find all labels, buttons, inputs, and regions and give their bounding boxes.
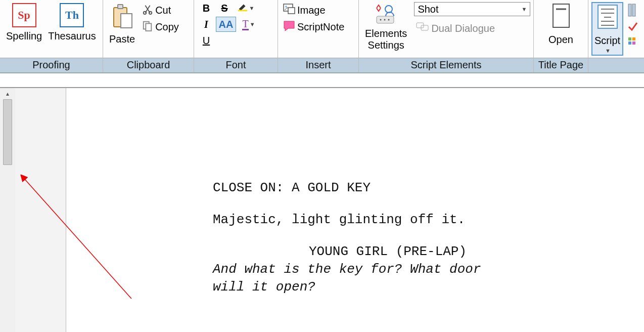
cut-button[interactable]: Cut	[140, 3, 181, 18]
page-gutter	[15, 88, 66, 332]
group-title-page: Open Title Page	[534, 0, 588, 72]
script-view-button[interactable]: Script ▼	[591, 2, 623, 56]
elements-label-1: Elements	[365, 28, 407, 39]
dual-dialogue-label: Dual Dialogue	[431, 23, 495, 34]
text-color-button[interactable]: T ▼	[237, 17, 260, 32]
svg-rect-7	[288, 8, 295, 14]
ribbon-toolbar: Sp Spelling Th Thesaurus Proofing Paste	[0, 0, 644, 73]
group-label-insert: Insert	[278, 58, 358, 72]
dialogue-line-1[interactable]: And what is the key for? What door	[213, 261, 624, 278]
group-font: B S ▼ I AA T ▼ U Font	[194, 0, 278, 72]
svg-rect-24	[632, 4, 635, 16]
svg-rect-27	[628, 42, 631, 45]
copy-button[interactable]: Copy	[140, 19, 181, 35]
copy-label: Copy	[155, 21, 179, 33]
spelling-button[interactable]: Sp Spelling	[3, 2, 45, 43]
underline-button[interactable]: U	[198, 33, 215, 48]
spelling-label: Spelling	[6, 30, 42, 42]
chevron-down-icon: ▼	[521, 6, 527, 12]
thesaurus-label: Thesaurus	[48, 30, 96, 42]
group-label-script-elements: Script Elements	[359, 58, 533, 72]
dual-dialogue-icon	[416, 22, 429, 35]
thesaurus-icon: Th	[60, 3, 84, 27]
group-label-font: Font	[194, 58, 278, 72]
group-label-title-page: Title Page	[534, 58, 588, 72]
title-page-icon	[550, 3, 572, 32]
insert-scriptnote-label: ScriptNote	[297, 21, 344, 33]
strike-button[interactable]: S	[216, 1, 233, 16]
group-insert: Image ScriptNote Insert	[278, 0, 359, 72]
elements-settings-icon	[374, 3, 399, 28]
open-label: Open	[548, 34, 573, 46]
svg-point-10	[380, 19, 381, 21]
group-script-elements: Elements Settings Shot ▼ Dual Dialogue S…	[359, 0, 534, 72]
svg-point-8	[385, 6, 392, 13]
scissors-icon	[142, 4, 153, 17]
case-button[interactable]: AA	[216, 17, 236, 32]
shot-heading[interactable]: CLOSE ON: A GOLD KEY	[213, 179, 624, 197]
open-title-page-button[interactable]: Open	[545, 2, 576, 47]
partial-icon-3[interactable]	[627, 36, 637, 49]
dual-dialogue-button[interactable]: Dual Dialogue	[414, 21, 530, 36]
paste-label: Paste	[109, 33, 135, 45]
svg-rect-23	[628, 4, 631, 16]
svg-point-12	[388, 19, 389, 21]
bold-button[interactable]: B	[198, 1, 215, 16]
image-icon	[283, 4, 295, 17]
insert-image-button[interactable]: Image	[281, 3, 328, 18]
scroll-up-button[interactable]: ▴	[0, 88, 15, 99]
group-clipboard: Paste Cut Copy Clipboard	[103, 0, 194, 72]
script-label: Script	[594, 35, 620, 47]
character-cue[interactable]: YOUNG GIRL (PRE-LAP)	[309, 243, 624, 261]
chevron-down-icon: ▼	[605, 48, 611, 54]
script-page-icon	[596, 4, 619, 33]
spelling-icon: Sp	[12, 3, 36, 27]
element-type-combo[interactable]: Shot ▼	[414, 2, 530, 16]
cut-label: Cut	[155, 5, 171, 16]
svg-rect-3	[146, 23, 151, 31]
highlight-button[interactable]: ▼	[234, 1, 257, 16]
elements-label-2: Settings	[368, 39, 404, 51]
group-label-proofing: Proofing	[0, 58, 103, 72]
insert-scriptnote-button[interactable]: ScriptNote	[281, 19, 346, 35]
group-label-empty	[588, 58, 644, 72]
partial-icon-1[interactable]	[627, 3, 637, 20]
svg-rect-4	[238, 10, 247, 11]
elements-settings-button[interactable]: Elements Settings	[362, 2, 410, 52]
svg-point-6	[285, 6, 287, 8]
thesaurus-button[interactable]: Th Thesaurus	[45, 2, 99, 43]
editor-workspace: ▴ CLOSE ON: A GOLD KEY Majestic, light g…	[0, 87, 644, 332]
scriptnote-icon	[283, 20, 295, 34]
svg-point-1	[149, 12, 152, 15]
group-label-clipboard: Clipboard	[103, 58, 194, 72]
paste-button[interactable]: Paste	[106, 2, 138, 46]
text-color-glyph: T	[242, 19, 248, 30]
partial-icon-2[interactable]	[627, 22, 637, 34]
dialogue-line-2[interactable]: will it open?	[213, 278, 624, 296]
svg-rect-15	[553, 4, 569, 27]
copy-icon	[142, 20, 153, 34]
highlighter-icon	[237, 2, 248, 15]
svg-rect-26	[632, 37, 635, 40]
combo-value: Shot	[418, 4, 438, 15]
group-proofing: Sp Spelling Th Thesaurus Proofing	[0, 0, 103, 72]
svg-rect-28	[632, 42, 635, 45]
insert-image-label: Image	[297, 5, 326, 16]
svg-rect-25	[628, 37, 631, 40]
italic-button[interactable]: I	[198, 17, 215, 32]
action-line[interactable]: Majestic, light glinting off it.	[213, 211, 624, 229]
group-script-view: Script ▼	[588, 0, 644, 72]
svg-point-0	[144, 12, 147, 15]
chevron-down-icon: ▼	[249, 5, 255, 11]
svg-point-11	[384, 19, 385, 21]
vertical-scrollbar[interactable]: ▴	[0, 88, 15, 332]
scroll-thumb[interactable]	[3, 99, 12, 165]
paste-icon	[110, 3, 134, 31]
chevron-down-icon: ▼	[250, 21, 255, 27]
script-page[interactable]: CLOSE ON: A GOLD KEY Majestic, light gli…	[66, 88, 644, 332]
